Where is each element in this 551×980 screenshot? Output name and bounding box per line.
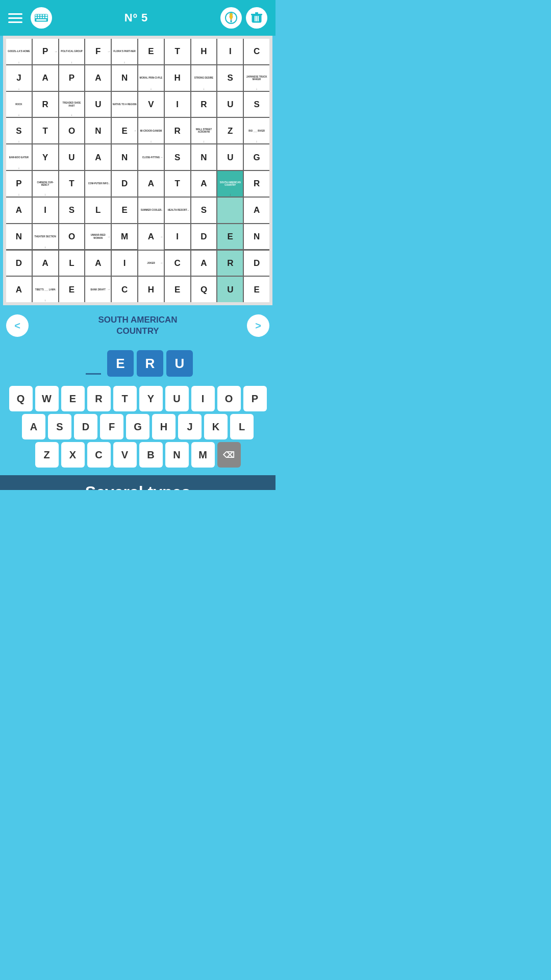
grid-cell[interactable]: T bbox=[59, 171, 85, 197]
key-p[interactable]: P bbox=[243, 386, 267, 411]
grid-cell[interactable]: G bbox=[244, 144, 269, 170]
grid-cell[interactable]: E bbox=[165, 277, 190, 302]
grid-cell[interactable]: D bbox=[191, 224, 217, 250]
grid-cell[interactable]: N bbox=[85, 118, 111, 143]
grid-cell[interactable]: R bbox=[244, 171, 269, 197]
grid-cell[interactable]: C bbox=[165, 251, 190, 276]
grid-cell[interactable]: O bbox=[59, 224, 85, 250]
grid-cell[interactable]: M bbox=[112, 224, 137, 250]
grid-cell[interactable]: L bbox=[85, 198, 111, 223]
grid-cell[interactable]: N bbox=[112, 144, 137, 170]
grid-cell[interactable] bbox=[217, 198, 243, 223]
hint-button[interactable] bbox=[220, 7, 242, 29]
key-o[interactable]: O bbox=[217, 386, 241, 411]
grid-cell[interactable]: J↓ bbox=[6, 65, 32, 91]
key-backspace[interactable]: ⌫ bbox=[217, 442, 241, 468]
grid-cell[interactable]: A bbox=[191, 171, 217, 197]
grid-cell[interactable]: E bbox=[138, 39, 164, 64]
grid-cell[interactable]: P bbox=[59, 65, 85, 91]
key-k[interactable]: K bbox=[204, 414, 228, 439]
menu-button[interactable] bbox=[8, 9, 27, 27]
grid-cell[interactable]: V bbox=[138, 92, 164, 117]
grid-cell[interactable]: I bbox=[165, 92, 190, 117]
grid-cell[interactable]: A bbox=[138, 171, 164, 197]
key-l[interactable]: L bbox=[230, 414, 254, 439]
grid-cell[interactable]: A bbox=[85, 65, 111, 91]
next-clue-button[interactable]: > bbox=[247, 314, 269, 337]
grid-cell[interactable]: H bbox=[165, 65, 190, 91]
grid-cell[interactable]: E bbox=[244, 277, 269, 302]
grid-cell[interactable]: I bbox=[33, 198, 58, 223]
key-e[interactable]: E bbox=[61, 386, 85, 411]
key-d[interactable]: D bbox=[74, 414, 97, 439]
key-z[interactable]: Z bbox=[35, 442, 59, 468]
key-i[interactable]: I bbox=[191, 386, 215, 411]
key-m[interactable]: M bbox=[191, 442, 215, 468]
grid-cell[interactable]: H bbox=[138, 277, 164, 302]
grid-cell[interactable]: U bbox=[217, 92, 243, 117]
grid-cell[interactable]: I bbox=[217, 39, 243, 64]
grid-cell[interactable]: U bbox=[85, 92, 111, 117]
key-g[interactable]: G bbox=[126, 414, 149, 439]
grid-cell[interactable]: E bbox=[217, 224, 243, 250]
grid-cell[interactable]: N bbox=[244, 224, 269, 250]
grid-cell[interactable]: A bbox=[85, 144, 111, 170]
grid-cell[interactable]: S↓ bbox=[6, 118, 32, 143]
grid-cell[interactable]: N bbox=[6, 224, 32, 250]
grid-cell[interactable]: C bbox=[244, 39, 269, 64]
grid-cell[interactable]: A bbox=[244, 198, 269, 223]
prev-clue-button[interactable]: < bbox=[6, 314, 29, 337]
grid-cell[interactable]: S bbox=[244, 92, 269, 117]
delete-puzzle-button[interactable] bbox=[246, 7, 267, 29]
grid-cell[interactable]: D bbox=[112, 171, 137, 197]
grid-cell[interactable]: I bbox=[165, 224, 190, 250]
key-s[interactable]: S bbox=[48, 414, 71, 439]
grid-cell[interactable]: A bbox=[33, 251, 58, 276]
grid-cell[interactable]: L bbox=[59, 251, 85, 276]
key-n[interactable]: N bbox=[165, 442, 189, 468]
key-w[interactable]: W bbox=[35, 386, 59, 411]
grid-cell[interactable]: E bbox=[59, 277, 85, 302]
keyboard-icon-button[interactable] bbox=[31, 7, 52, 29]
key-y[interactable]: Y bbox=[139, 386, 163, 411]
grid-cell[interactable]: A bbox=[6, 198, 32, 223]
grid-cell[interactable]: T bbox=[165, 39, 190, 64]
grid-cell[interactable]: S bbox=[165, 144, 190, 170]
key-t[interactable]: T bbox=[113, 386, 137, 411]
key-h[interactable]: H bbox=[152, 414, 176, 439]
grid-cell[interactable]: U bbox=[59, 144, 85, 170]
grid-cell[interactable]: A→ bbox=[138, 224, 164, 250]
grid-cell[interactable]: D bbox=[6, 251, 32, 276]
grid-cell[interactable]: T bbox=[165, 171, 190, 197]
grid-cell[interactable]: R bbox=[165, 118, 190, 143]
grid-cell[interactable]: H bbox=[191, 39, 217, 64]
grid-cell[interactable]: E→ bbox=[112, 118, 137, 143]
grid-cell[interactable]: Y bbox=[33, 144, 58, 170]
key-v[interactable]: V bbox=[113, 442, 137, 468]
grid-cell[interactable]: D bbox=[244, 251, 269, 276]
grid-cell[interactable]: S bbox=[191, 198, 217, 223]
grid-cell[interactable]: P→ bbox=[33, 39, 58, 64]
key-b[interactable]: B bbox=[139, 442, 163, 468]
grid-cell[interactable]: A bbox=[85, 251, 111, 276]
grid-cell[interactable]: T bbox=[33, 118, 58, 143]
grid-cell[interactable]: O bbox=[59, 118, 85, 143]
key-r[interactable]: R bbox=[87, 386, 111, 411]
grid-cell[interactable]: E bbox=[112, 198, 137, 223]
grid-cell[interactable]: F→ bbox=[85, 39, 111, 64]
grid-cell[interactable]: S bbox=[59, 198, 85, 223]
grid-cell[interactable]: A bbox=[191, 251, 217, 276]
key-x[interactable]: X bbox=[61, 442, 85, 468]
grid-cell[interactable]: U bbox=[217, 144, 243, 170]
key-c[interactable]: C bbox=[87, 442, 111, 468]
grid-cell[interactable]: R bbox=[217, 251, 243, 276]
grid-cell[interactable]: P↓ bbox=[6, 171, 32, 197]
key-a[interactable]: A bbox=[22, 414, 45, 439]
grid-cell[interactable]: S bbox=[217, 65, 243, 91]
grid-cell[interactable]: R bbox=[191, 92, 217, 117]
grid-cell[interactable]: U bbox=[217, 277, 243, 302]
grid-cell[interactable]: A bbox=[6, 277, 32, 302]
grid-cell[interactable]: N bbox=[191, 144, 217, 170]
grid-cell[interactable]: Z bbox=[217, 118, 243, 143]
grid-cell[interactable]: N bbox=[112, 65, 137, 91]
